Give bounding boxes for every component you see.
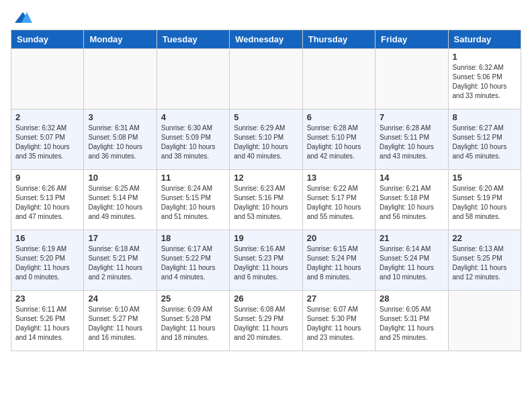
calendar-cell: 1Sunrise: 6:32 AM Sunset: 5:06 PM Daylig… xyxy=(448,49,521,109)
calendar-cell: 25Sunrise: 6:09 AM Sunset: 5:28 PM Dayli… xyxy=(157,291,229,351)
day-info: Sunrise: 6:30 AM Sunset: 5:09 PM Dayligh… xyxy=(161,124,225,161)
day-info: Sunrise: 6:10 AM Sunset: 5:27 PM Dayligh… xyxy=(88,305,152,342)
day-info: Sunrise: 6:32 AM Sunset: 5:07 PM Dayligh… xyxy=(15,124,79,161)
day-info: Sunrise: 6:25 AM Sunset: 5:14 PM Dayligh… xyxy=(88,184,152,222)
day-number: 12 xyxy=(234,173,298,183)
day-number: 4 xyxy=(161,112,225,122)
day-info: Sunrise: 6:28 AM Sunset: 5:10 PM Dayligh… xyxy=(307,124,371,161)
day-number: 26 xyxy=(234,293,298,304)
calendar-cell: 2Sunrise: 6:32 AM Sunset: 5:07 PM Daylig… xyxy=(11,109,84,170)
day-number: 1 xyxy=(453,52,517,62)
calendar-week-row: 9Sunrise: 6:26 AM Sunset: 5:13 PM Daylig… xyxy=(11,170,521,230)
calendar-cell: 7Sunrise: 6:28 AM Sunset: 5:11 PM Daylig… xyxy=(375,109,448,170)
day-number: 2 xyxy=(15,112,79,122)
day-number: 9 xyxy=(15,173,79,183)
calendar-week-row: 16Sunrise: 6:19 AM Sunset: 5:20 PM Dayli… xyxy=(11,230,521,291)
day-header-friday: Friday xyxy=(375,30,448,49)
calendar-cell xyxy=(375,49,448,109)
calendar-cell: 22Sunrise: 6:13 AM Sunset: 5:25 PM Dayli… xyxy=(448,230,521,291)
calendar-cell: 15Sunrise: 6:20 AM Sunset: 5:19 PM Dayli… xyxy=(448,170,521,230)
day-info: Sunrise: 6:19 AM Sunset: 5:20 PM Dayligh… xyxy=(15,244,79,282)
calendar-cell: 3Sunrise: 6:31 AM Sunset: 5:08 PM Daylig… xyxy=(84,109,157,170)
day-number: 24 xyxy=(88,293,152,304)
day-number: 25 xyxy=(161,293,225,304)
day-info: Sunrise: 6:20 AM Sunset: 5:19 PM Dayligh… xyxy=(453,184,517,222)
calendar-cell xyxy=(84,49,157,109)
calendar-cell: 19Sunrise: 6:16 AM Sunset: 5:23 PM Dayli… xyxy=(230,230,302,291)
calendar-cell: 13Sunrise: 6:22 AM Sunset: 5:17 PM Dayli… xyxy=(302,170,375,230)
day-info: Sunrise: 6:28 AM Sunset: 5:11 PM Dayligh… xyxy=(380,124,443,161)
day-info: Sunrise: 6:21 AM Sunset: 5:18 PM Dayligh… xyxy=(380,184,443,222)
logo xyxy=(11,11,32,24)
day-number: 6 xyxy=(307,112,371,122)
calendar-cell xyxy=(157,49,229,109)
day-number: 22 xyxy=(453,233,517,243)
day-header-thursday: Thursday xyxy=(302,30,375,49)
calendar-cell: 24Sunrise: 6:10 AM Sunset: 5:27 PM Dayli… xyxy=(84,291,157,351)
day-info: Sunrise: 6:17 AM Sunset: 5:22 PM Dayligh… xyxy=(161,244,225,282)
calendar: SundayMondayTuesdayWednesdayThursdayFrid… xyxy=(11,30,521,351)
day-header-saturday: Saturday xyxy=(448,30,521,49)
day-info: Sunrise: 6:15 AM Sunset: 5:24 PM Dayligh… xyxy=(307,244,371,282)
day-number: 21 xyxy=(380,233,443,243)
calendar-cell: 12Sunrise: 6:23 AM Sunset: 5:16 PM Dayli… xyxy=(230,170,302,230)
day-header-sunday: Sunday xyxy=(11,30,84,49)
day-header-tuesday: Tuesday xyxy=(157,30,229,49)
day-info: Sunrise: 6:26 AM Sunset: 5:13 PM Dayligh… xyxy=(15,184,79,222)
page-header xyxy=(11,11,521,24)
day-number: 23 xyxy=(15,293,79,304)
calendar-cell xyxy=(11,49,84,109)
day-header-wednesday: Wednesday xyxy=(230,30,302,49)
calendar-cell: 11Sunrise: 6:24 AM Sunset: 5:15 PM Dayli… xyxy=(157,170,229,230)
day-number: 7 xyxy=(380,112,443,122)
calendar-cell: 28Sunrise: 6:05 AM Sunset: 5:31 PM Dayli… xyxy=(375,291,448,351)
calendar-cell: 5Sunrise: 6:29 AM Sunset: 5:10 PM Daylig… xyxy=(230,109,302,170)
calendar-cell: 20Sunrise: 6:15 AM Sunset: 5:24 PM Dayli… xyxy=(302,230,375,291)
calendar-cell: 4Sunrise: 6:30 AM Sunset: 5:09 PM Daylig… xyxy=(157,109,229,170)
calendar-week-row: 23Sunrise: 6:11 AM Sunset: 5:26 PM Dayli… xyxy=(11,291,521,351)
day-info: Sunrise: 6:18 AM Sunset: 5:21 PM Dayligh… xyxy=(88,244,152,282)
calendar-cell: 21Sunrise: 6:14 AM Sunset: 5:24 PM Dayli… xyxy=(375,230,448,291)
day-number: 15 xyxy=(453,173,517,183)
calendar-cell: 10Sunrise: 6:25 AM Sunset: 5:14 PM Dayli… xyxy=(84,170,157,230)
day-header-monday: Monday xyxy=(84,30,157,49)
day-number: 10 xyxy=(88,173,152,183)
calendar-header-row: SundayMondayTuesdayWednesdayThursdayFrid… xyxy=(11,30,521,49)
calendar-cell: 16Sunrise: 6:19 AM Sunset: 5:20 PM Dayli… xyxy=(11,230,84,291)
calendar-cell: 23Sunrise: 6:11 AM Sunset: 5:26 PM Dayli… xyxy=(11,291,84,351)
day-number: 28 xyxy=(380,293,443,304)
day-info: Sunrise: 6:14 AM Sunset: 5:24 PM Dayligh… xyxy=(380,244,443,282)
day-info: Sunrise: 6:07 AM Sunset: 5:30 PM Dayligh… xyxy=(307,305,371,342)
day-info: Sunrise: 6:27 AM Sunset: 5:12 PM Dayligh… xyxy=(453,124,517,161)
calendar-cell: 17Sunrise: 6:18 AM Sunset: 5:21 PM Dayli… xyxy=(84,230,157,291)
day-info: Sunrise: 6:05 AM Sunset: 5:31 PM Dayligh… xyxy=(380,305,443,342)
day-number: 20 xyxy=(307,233,371,243)
day-info: Sunrise: 6:08 AM Sunset: 5:29 PM Dayligh… xyxy=(234,305,298,342)
calendar-cell xyxy=(230,49,302,109)
day-number: 14 xyxy=(380,173,443,183)
calendar-cell: 6Sunrise: 6:28 AM Sunset: 5:10 PM Daylig… xyxy=(302,109,375,170)
calendar-week-row: 1Sunrise: 6:32 AM Sunset: 5:06 PM Daylig… xyxy=(11,49,521,109)
calendar-cell xyxy=(448,291,521,351)
day-info: Sunrise: 6:09 AM Sunset: 5:28 PM Dayligh… xyxy=(161,305,225,342)
calendar-cell: 8Sunrise: 6:27 AM Sunset: 5:12 PM Daylig… xyxy=(448,109,521,170)
day-number: 27 xyxy=(307,293,371,304)
calendar-cell: 9Sunrise: 6:26 AM Sunset: 5:13 PM Daylig… xyxy=(11,170,84,230)
day-info: Sunrise: 6:24 AM Sunset: 5:15 PM Dayligh… xyxy=(161,184,225,222)
day-info: Sunrise: 6:22 AM Sunset: 5:17 PM Dayligh… xyxy=(307,184,371,222)
day-info: Sunrise: 6:32 AM Sunset: 5:06 PM Dayligh… xyxy=(453,63,517,101)
day-info: Sunrise: 6:31 AM Sunset: 5:08 PM Dayligh… xyxy=(88,124,152,161)
day-number: 18 xyxy=(161,233,225,243)
day-number: 11 xyxy=(161,173,225,183)
day-number: 13 xyxy=(307,173,371,183)
day-number: 5 xyxy=(234,112,298,122)
day-number: 17 xyxy=(88,233,152,243)
calendar-cell: 26Sunrise: 6:08 AM Sunset: 5:29 PM Dayli… xyxy=(230,291,302,351)
day-info: Sunrise: 6:11 AM Sunset: 5:26 PM Dayligh… xyxy=(15,305,79,342)
calendar-cell: 14Sunrise: 6:21 AM Sunset: 5:18 PM Dayli… xyxy=(375,170,448,230)
day-number: 8 xyxy=(453,112,517,122)
day-number: 16 xyxy=(15,233,79,243)
day-info: Sunrise: 6:29 AM Sunset: 5:10 PM Dayligh… xyxy=(234,124,298,161)
calendar-cell xyxy=(302,49,375,109)
logo-icon xyxy=(13,11,32,24)
